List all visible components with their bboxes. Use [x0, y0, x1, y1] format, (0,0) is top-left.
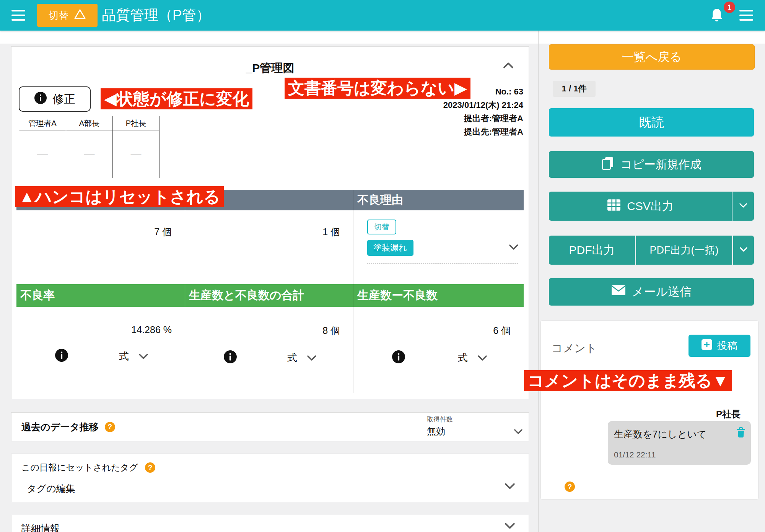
- page: 切替 品質管理（P管） 1 _P管理図 修正: [0, 0, 765, 532]
- approval-stamp-table: 管理者A A部長 P社長 — — —: [19, 116, 160, 178]
- info-icon[interactable]: [55, 348, 68, 364]
- defect-reason-dropdown[interactable]: 塗装漏れ: [367, 240, 518, 256]
- tags-title: この日報にセットされたタグ: [21, 462, 138, 473]
- difference-value: 6 個: [353, 307, 524, 337]
- fetch-count-value: 無効: [427, 425, 445, 438]
- chevron-up-icon: [503, 63, 513, 70]
- total-cell: 8 個 式: [185, 307, 353, 393]
- comment-section-title: コメント: [552, 341, 597, 356]
- chevron-down-icon: [307, 352, 316, 364]
- table-value-row: 7 個 1 個 切替 塗装漏れ: [16, 210, 524, 284]
- info-icon[interactable]: [223, 350, 237, 365]
- status-badge-button[interactable]: 修正: [19, 86, 91, 112]
- menu-icon[interactable]: [11, 10, 25, 21]
- formula-toggle[interactable]: 式: [119, 350, 148, 363]
- defect-count-value: 1 個: [185, 210, 353, 284]
- defect-rate-value: 14.286 %: [16, 307, 185, 335]
- defect-reason-chip[interactable]: 塗装漏れ: [367, 240, 413, 256]
- past-data-title: 過去のデータ推移: [21, 421, 99, 433]
- post-comment-button[interactable]: 投稿: [688, 335, 750, 357]
- help-icon[interactable]: ?: [565, 482, 575, 492]
- pdf-batch-export-button[interactable]: PDF出力(一括): [636, 236, 732, 265]
- copy-create-button[interactable]: コピー新規作成: [549, 151, 754, 178]
- annotation-comment-remains: コメントはそのまま残る▼: [524, 370, 732, 391]
- fetch-count-select[interactable]: 取得件数 無効: [427, 415, 522, 438]
- chevron-down-icon: [139, 350, 148, 362]
- stamp-header: 管理者A: [19, 116, 66, 130]
- defect-reason-header: 不良理由: [353, 190, 524, 210]
- details-title: 詳細情報: [21, 522, 60, 532]
- defect-reason-cell: 切替 塗装漏れ: [353, 210, 524, 284]
- comment-text: 生産数を7にしといて: [614, 428, 706, 441]
- difference-header: 生産数ー不良数: [353, 284, 524, 307]
- tags-expand-button[interactable]: [505, 483, 515, 491]
- stamp-cell[interactable]: —: [19, 130, 66, 178]
- pdf-export-group: PDF出力 PDF出力(一括): [549, 236, 754, 265]
- tags-edit-button[interactable]: タグの編集: [27, 482, 75, 495]
- copy-icon: [601, 156, 614, 173]
- csv-export-button[interactable]: CSV出力: [549, 192, 754, 221]
- tags-card: この日報にセットされたタグ ? タグの編集: [11, 454, 529, 502]
- formula-toggle[interactable]: 式: [287, 351, 316, 364]
- past-data-card: 過去のデータ推移 ? 取得件数 無効: [11, 412, 529, 441]
- report-card: _P管理図 修正 No.: 63 2023/01/12(木) 21:24 提出者…: [11, 46, 529, 399]
- total-header: 生産数と不良数の合計: [185, 284, 353, 307]
- fetch-count-label: 取得件数: [427, 415, 522, 424]
- overflow-menu-icon[interactable]: [739, 10, 753, 21]
- switch-button[interactable]: 切替: [37, 4, 98, 27]
- document-datetime: 2023/01/12(木) 21:24: [443, 98, 523, 112]
- delete-comment-button[interactable]: [736, 427, 745, 439]
- chevron-down-icon: [505, 524, 515, 530]
- chevron-down-icon: [740, 247, 747, 254]
- csv-dropdown-toggle[interactable]: [732, 192, 754, 221]
- notification-button[interactable]: 1: [711, 8, 737, 27]
- back-to-list-button[interactable]: 一覧へ戻る: [549, 44, 755, 70]
- defect-rate-cell: 14.286 % 式: [16, 307, 185, 393]
- comment-author: P社長: [716, 408, 741, 420]
- defect-rate-header: 不良率: [16, 284, 185, 307]
- formula-toggle[interactable]: 式: [458, 351, 487, 364]
- stamp-header: P社長: [112, 116, 159, 130]
- total-value: 8 個: [185, 307, 353, 337]
- comment-bubble: 生産数を7にしといて 01/12 22:11: [608, 421, 751, 465]
- grid-icon: [607, 199, 621, 214]
- help-icon[interactable]: ?: [105, 422, 115, 432]
- page-title: 品質管理（P管）: [102, 0, 210, 31]
- annotation-hanko-reset: ▲ハンコはリセットされる: [15, 186, 224, 207]
- chevron-down-icon: [505, 484, 515, 491]
- document-destination: 提出先:管理者A: [443, 125, 523, 138]
- help-icon[interactable]: ?: [145, 462, 155, 473]
- switch-chip[interactable]: 切替: [367, 220, 396, 234]
- difference-cell: 6 個 式: [353, 307, 524, 393]
- collapse-button[interactable]: [503, 62, 513, 70]
- warning-triangle-icon: [74, 9, 86, 22]
- data-table: 不良理由 7 個 1 個 切替 塗装漏れ: [16, 190, 524, 393]
- defect-reason-select[interactable]: 切替 塗装漏れ: [367, 220, 518, 264]
- switch-button-label: 切替: [49, 9, 68, 22]
- chevron-down-icon: [509, 244, 518, 252]
- send-mail-button[interactable]: メール送信: [549, 278, 754, 306]
- status-label: 修正: [52, 91, 75, 107]
- table-computed-row: 14.286 % 式 8 個: [16, 307, 524, 393]
- mail-icon: [611, 285, 626, 299]
- details-expand-button[interactable]: [505, 523, 515, 531]
- content-divider: [538, 31, 539, 532]
- annotation-status-change: ◀状態が修正に変化: [101, 88, 252, 109]
- info-icon[interactable]: [392, 350, 405, 365]
- details-card: 詳細情報: [11, 515, 529, 532]
- chevron-down-icon: [478, 352, 487, 364]
- annotation-doc-number: 文書番号は変わらない▶: [285, 78, 470, 99]
- stamp-cell[interactable]: —: [66, 130, 112, 178]
- bell-icon: [711, 17, 723, 23]
- pdf-export-button[interactable]: PDF出力: [549, 236, 635, 265]
- pdf-dropdown-toggle[interactable]: [733, 236, 754, 265]
- notification-badge: 1: [724, 2, 735, 13]
- chevron-down-icon: [514, 426, 522, 437]
- stamp-cell[interactable]: —: [112, 130, 159, 178]
- report-title: _P管理図: [11, 60, 529, 76]
- stamp-header: A部長: [66, 116, 112, 130]
- chevron-down-icon: [739, 203, 747, 210]
- mark-read-button[interactable]: 既読: [549, 108, 754, 137]
- table-green-header-row: 不良率 生産数と不良数の合計 生産数ー不良数: [16, 284, 524, 307]
- plus-square-icon: [702, 339, 712, 353]
